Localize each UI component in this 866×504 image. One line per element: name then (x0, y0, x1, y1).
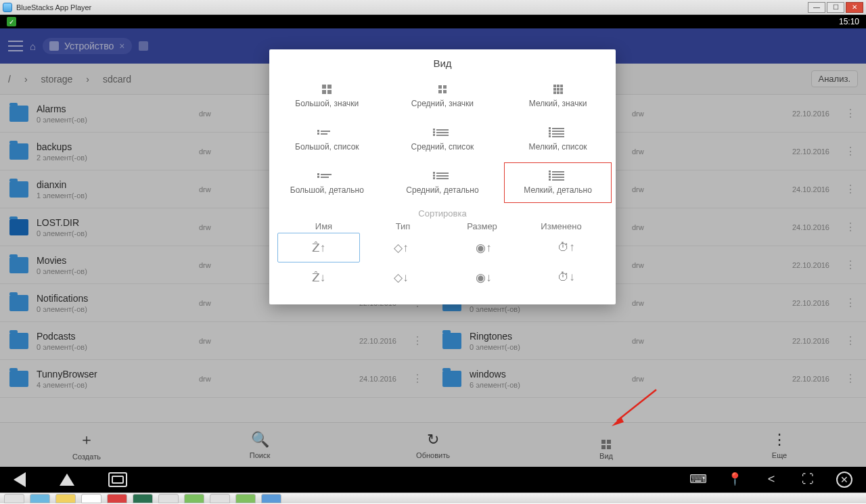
sort-headers: Имя Тип Размер Изменено (269, 219, 616, 231)
view-small-list[interactable]: Мелкий, список (500, 118, 616, 161)
sort-date-desc[interactable]: ⏱↓ (525, 262, 608, 292)
sort-size-desc[interactable]: ◉↓ (442, 262, 525, 292)
close-button[interactable]: ✕ (846, 2, 863, 13)
sort-col-type: Тип (363, 221, 442, 231)
clock: 15:10 (839, 17, 859, 26)
sort-name-asc[interactable]: Ẑ↑ (277, 233, 360, 262)
taskbar (0, 492, 866, 503)
sort-type-desc[interactable]: ◇↓ (360, 262, 442, 292)
sort-name-desc[interactable]: Ẑ↓ (277, 262, 360, 292)
view-small-detail[interactable]: Мелкий, детально (500, 161, 616, 204)
view-medium-list[interactable]: Средний, список (385, 118, 501, 161)
recent-nav-icon[interactable] (108, 472, 127, 487)
large-list-icon (319, 127, 334, 138)
view-large-list[interactable]: Большой, список (269, 118, 385, 161)
android-navbar: ⌨ 📍 < ⛶ ✕ (0, 467, 866, 492)
share-icon[interactable]: < (763, 472, 779, 486)
sort-section-label: Сортировка (269, 204, 616, 219)
fullscreen-icon[interactable]: ⛶ (800, 472, 816, 486)
exit-icon[interactable]: ✕ (836, 472, 852, 488)
app-icon (3, 3, 12, 12)
sort-type-asc[interactable]: ◇↑ (360, 233, 442, 262)
large-detail-icon (319, 170, 334, 181)
medium-detail-icon (435, 170, 450, 181)
large-icons-icon (319, 84, 334, 95)
view-medium-detail[interactable]: Средний, детально (385, 161, 501, 204)
medium-list-icon (435, 127, 450, 138)
view-dialog: Вид Большой, значки Средний, значки Мелк… (269, 49, 616, 304)
location-icon[interactable]: 📍 (727, 472, 743, 486)
view-large-detail[interactable]: Большой, детально (269, 161, 385, 204)
window-title: BlueStacks App Player (16, 3, 91, 12)
home-nav-icon[interactable] (60, 474, 74, 486)
sort-size-asc[interactable]: ◉↑ (442, 233, 525, 262)
view-large-icons[interactable]: Большой, значки (269, 74, 385, 118)
window-titlebar: BlueStacks App Player — ☐ ✕ (0, 0, 866, 15)
minimize-button[interactable]: — (808, 2, 825, 13)
small-icons-icon (551, 84, 566, 95)
keyboard-icon[interactable]: ⌨ (690, 472, 706, 486)
sort-col-changed: Изменено (522, 221, 601, 231)
small-detail-icon (551, 170, 566, 181)
maximize-button[interactable]: ☐ (827, 2, 844, 13)
dialog-title: Вид (269, 58, 616, 72)
view-medium-icons[interactable]: Средний, значки (385, 74, 501, 118)
status-check-icon: ✓ (7, 17, 16, 26)
medium-icons-icon (435, 84, 450, 95)
sort-col-name: Имя (284, 221, 363, 231)
small-list-icon (551, 127, 566, 138)
sort-col-size: Размер (442, 221, 522, 231)
sort-date-asc[interactable]: ⏱↑ (525, 233, 608, 262)
back-nav-icon[interactable] (14, 472, 26, 487)
view-small-icons[interactable]: Мелкий, значки (500, 74, 616, 118)
status-bar: ✓ 15:10 (0, 15, 866, 28)
